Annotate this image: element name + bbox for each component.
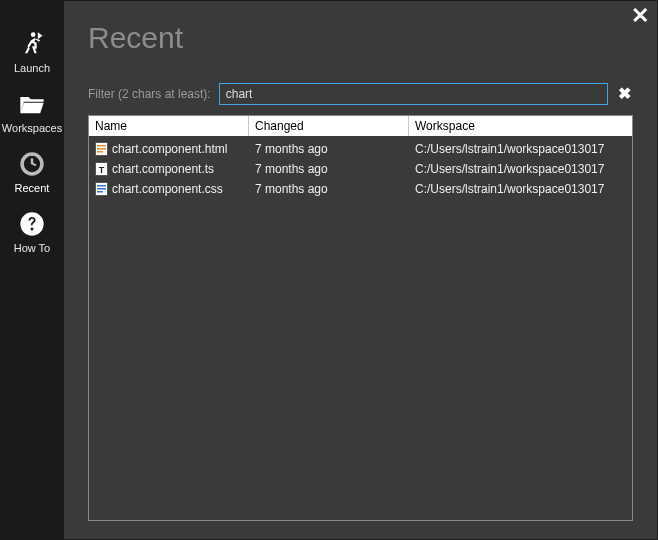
cell-workspace: C:/Users/lstrain1/workspace013017 xyxy=(415,162,604,176)
help-icon xyxy=(18,210,46,238)
column-header-workspace[interactable]: Workspace xyxy=(409,116,632,136)
cell-changed: 7 months ago xyxy=(255,182,328,196)
table-row[interactable]: chart.component.css 7 months ago C:/User… xyxy=(89,179,632,199)
filter-input[interactable] xyxy=(219,83,608,105)
main-panel: ✕ Recent Filter (2 chars at least): ✖ Na… xyxy=(64,0,658,540)
column-header-name[interactable]: Name xyxy=(89,116,249,136)
column-header-changed[interactable]: Changed xyxy=(249,116,409,136)
folder-open-icon xyxy=(18,90,46,118)
cell-name: chart.component.html xyxy=(112,142,227,156)
table-row[interactable]: T chart.component.ts 7 months ago C:/Use… xyxy=(89,159,632,179)
sidebar-item-label: Recent xyxy=(15,182,50,194)
svg-rect-4 xyxy=(97,148,106,150)
cell-changed: 7 months ago xyxy=(255,162,328,176)
filter-row: Filter (2 chars at least): ✖ xyxy=(88,83,633,105)
close-button[interactable]: ✕ xyxy=(631,5,649,27)
table-row[interactable]: chart.component.html 7 months ago C:/Use… xyxy=(89,139,632,159)
svg-rect-3 xyxy=(97,145,106,147)
svg-rect-10 xyxy=(97,188,106,190)
sidebar-item-workspaces[interactable]: Workspaces xyxy=(0,84,64,144)
svg-point-0 xyxy=(31,32,36,37)
close-icon: ✕ xyxy=(631,3,649,28)
run-person-icon xyxy=(18,30,46,58)
svg-rect-9 xyxy=(97,185,106,187)
recent-table: Name Changed Workspace chart.component.h… xyxy=(88,115,633,521)
sidebar-item-recent[interactable]: Recent xyxy=(0,144,64,204)
sidebar-item-label: Launch xyxy=(14,62,50,74)
cell-workspace: C:/Users/lstrain1/workspace013017 xyxy=(415,142,604,156)
filter-label: Filter (2 chars at least): xyxy=(88,87,211,101)
sidebar-item-howto[interactable]: How To xyxy=(0,204,64,264)
ts-file-icon: T xyxy=(95,162,108,176)
cell-name: chart.component.css xyxy=(112,182,223,196)
sidebar-item-launch[interactable]: Launch xyxy=(0,24,64,84)
cell-workspace: C:/Users/lstrain1/workspace013017 xyxy=(415,182,604,196)
page-title: Recent xyxy=(88,21,633,55)
cell-changed: 7 months ago xyxy=(255,142,328,156)
clear-filter-button[interactable]: ✖ xyxy=(616,86,633,102)
clock-icon xyxy=(18,150,46,178)
table-body: chart.component.html 7 months ago C:/Use… xyxy=(89,136,632,520)
html-file-icon xyxy=(95,142,108,156)
table-header: Name Changed Workspace xyxy=(89,116,632,136)
svg-rect-11 xyxy=(97,191,103,193)
svg-rect-5 xyxy=(97,151,103,153)
cell-name: chart.component.ts xyxy=(112,162,214,176)
sidebar: Launch Workspaces Recent How To xyxy=(0,0,64,540)
css-file-icon xyxy=(95,182,108,196)
svg-text:T: T xyxy=(99,165,105,175)
sidebar-item-label: How To xyxy=(14,242,50,254)
clear-icon: ✖ xyxy=(618,85,631,102)
sidebar-item-label: Workspaces xyxy=(2,122,62,134)
